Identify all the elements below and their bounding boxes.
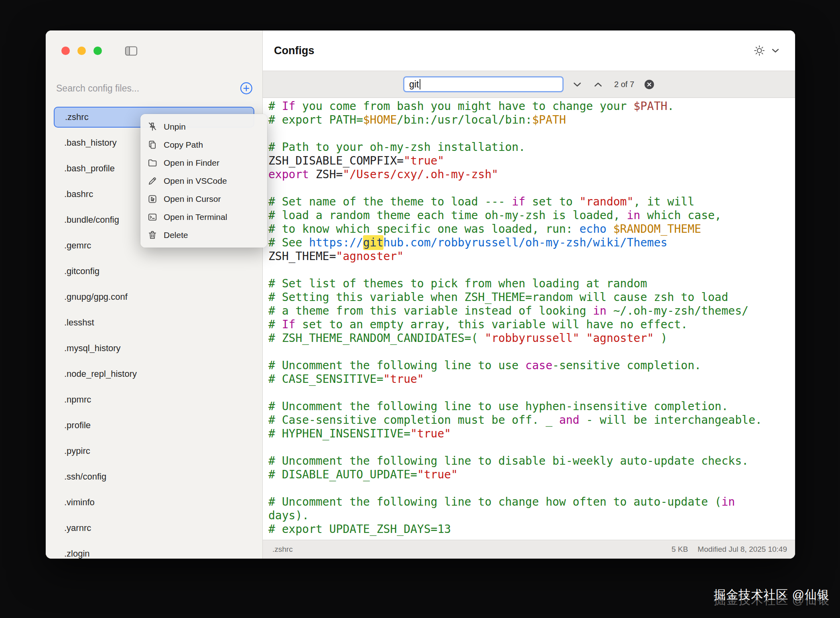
menu-item-label: Unpin — [164, 122, 186, 132]
menu-item-label: Open in Cursor — [164, 194, 221, 204]
chevron-up-icon — [594, 82, 602, 87]
code-editor[interactable]: # If you come from bash you might have t… — [263, 98, 795, 540]
file-name: .gnupg/gpg.conf — [64, 292, 128, 302]
code-line — [268, 263, 795, 277]
file-name: .npmrc — [64, 394, 91, 405]
menu-item-label: Open in VSCode — [164, 176, 227, 186]
code-line: export ZSH="/Users/cxy/.oh-my-zsh" — [268, 168, 795, 181]
code-line: # Uncomment the following line to use ca… — [268, 359, 795, 372]
file-name: .gitconfig — [64, 266, 99, 276]
pencil-icon — [147, 176, 158, 186]
code-line — [268, 181, 795, 195]
file-name: .node_repl_history — [64, 369, 137, 379]
code-line — [268, 127, 795, 140]
sidebar-item-pypirc[interactable]: .pypirc — [54, 438, 254, 464]
sidebar-search-row: Search config files... — [56, 79, 254, 97]
sidebar-item-ssh-config[interactable]: .ssh/config — [54, 464, 254, 490]
code-line: # export PATH=$HOME/bin:/usr/local/bin:$… — [268, 113, 795, 127]
sidebar-item-lesshst[interactable]: .lesshst — [54, 310, 254, 335]
menu-item-copy-path[interactable]: Copy Path — [140, 136, 267, 154]
chevron-down-icon — [772, 48, 779, 53]
find-previous-button[interactable] — [591, 77, 605, 91]
sidebar-item-zlogin[interactable]: .zlogin — [54, 541, 254, 559]
file-name: .bash_history — [64, 138, 117, 148]
code-line: # Setting this variable when ZSH_THEME=r… — [268, 291, 795, 304]
code-line: # If set to an empty array, this variabl… — [268, 318, 795, 331]
code-line — [268, 482, 795, 495]
watermark: 掘金技术社区 @仙银 — [714, 587, 830, 603]
text-caret — [420, 79, 420, 89]
context-menu: UnpinCopy PathOpen in FinderOpen in VSCo… — [140, 114, 267, 248]
code-line: # load a random theme each time oh-my-zs… — [268, 209, 795, 222]
theme-switcher[interactable] — [753, 45, 779, 57]
file-name: .bundle/config — [64, 215, 119, 225]
sidebar-item-viminfo[interactable]: .viminfo — [54, 490, 254, 515]
code-line: # Path to your oh-my-zsh installation. — [268, 140, 795, 154]
code-line — [268, 386, 795, 400]
code-line: # DISABLE_AUTO_UPDATE="true" — [268, 468, 795, 482]
code-line: # Uncomment the following line to use hy… — [268, 400, 795, 413]
status-modified-date: Modified Jul 8, 2025 10:49 — [698, 545, 787, 554]
code-line: # Case-sensitive completion must be off.… — [268, 413, 795, 427]
sun-icon — [753, 45, 765, 57]
sidebar-item-yarnrc[interactable]: .yarnrc — [54, 515, 254, 541]
file-name: .gemrc — [64, 240, 91, 251]
folder-icon — [147, 158, 158, 168]
code-line: ZSH_DISABLE_COMPFIX="true" — [268, 154, 795, 168]
code-line: # HYPHEN_INSENSITIVE="true" — [268, 427, 795, 441]
menu-item-open-in-vscode[interactable]: Open in VSCode — [140, 172, 267, 190]
file-name: .lesshst — [64, 317, 94, 328]
menu-item-delete[interactable]: Delete — [140, 226, 267, 244]
minimize-window-button[interactable] — [77, 47, 86, 55]
menu-item-unpin[interactable]: Unpin — [140, 118, 267, 136]
search-input[interactable]: Search config files... — [56, 83, 139, 94]
find-query-text: git — [409, 79, 419, 90]
main-panel: Configs git — [263, 30, 795, 559]
find-close-button[interactable] — [644, 79, 655, 90]
find-input[interactable]: git — [403, 76, 564, 92]
code-line: # CASE_SENSITIVE="true" — [268, 372, 795, 386]
file-name: .mysql_history — [64, 343, 121, 354]
sidebar-toggle-icon[interactable] — [124, 45, 138, 58]
menu-item-label: Open in Terminal — [164, 212, 227, 222]
pin-slash-icon — [147, 122, 158, 132]
menu-item-open-in-finder[interactable]: Open in Finder — [140, 154, 267, 172]
code-line: # Set list of themes to pick from when l… — [268, 277, 795, 291]
code-line — [268, 345, 795, 359]
terminal-icon — [147, 212, 158, 222]
sidebar-item-profile[interactable]: .profile — [54, 413, 254, 438]
copy-icon — [147, 140, 158, 150]
titlebar: Configs — [263, 30, 795, 71]
file-name: .zlogin — [64, 549, 90, 559]
plus-circle-icon — [239, 81, 254, 96]
menu-item-open-in-terminal[interactable]: Open in Terminal — [140, 208, 267, 226]
sidebar-item-npmrc[interactable]: .npmrc — [54, 387, 254, 413]
file-name: .zshrc — [65, 112, 89, 122]
file-name: .profile — [64, 420, 91, 431]
zoom-window-button[interactable] — [93, 47, 102, 55]
code-line: ZSH_THEME="agnoster" — [268, 250, 795, 263]
code-line: # If you come from bash you might have t… — [268, 100, 795, 113]
file-name: .bashrc — [64, 189, 93, 199]
trash-icon — [147, 230, 158, 240]
sidebar-item-mysql-history[interactable]: .mysql_history — [54, 335, 254, 361]
close-window-button[interactable] — [61, 47, 70, 55]
menu-item-open-in-cursor[interactable]: Open in Cursor — [140, 190, 267, 208]
code-line: # Uncomment the following line to disabl… — [268, 454, 795, 468]
find-next-button[interactable] — [570, 77, 584, 91]
add-config-button[interactable] — [239, 81, 254, 96]
file-name: .bash_profile — [64, 163, 115, 174]
sidebar-item-node-repl-history[interactable]: .node_repl_history — [54, 361, 254, 387]
code-line: # Uncomment the following line to change… — [268, 495, 795, 509]
menu-item-label: Delete — [164, 230, 188, 240]
page-title: Configs — [274, 45, 314, 57]
code-line: days). — [268, 509, 795, 522]
code-line: # See https://github.com/robbyrussell/oh… — [268, 236, 795, 250]
menu-item-label: Copy Path — [164, 140, 203, 150]
code-line — [268, 441, 795, 454]
find-bar: git 2 of 7 — [263, 71, 795, 98]
sidebar-item-gitconfig[interactable]: .gitconfig — [54, 258, 254, 284]
sidebar-item-gnupg-gpg-conf[interactable]: .gnupg/gpg.conf — [54, 284, 254, 310]
status-bar: .zshrc 5 KB Modified Jul 8, 2025 10:49 — [263, 540, 795, 559]
status-details: 5 KB Modified Jul 8, 2025 10:49 — [672, 545, 787, 554]
